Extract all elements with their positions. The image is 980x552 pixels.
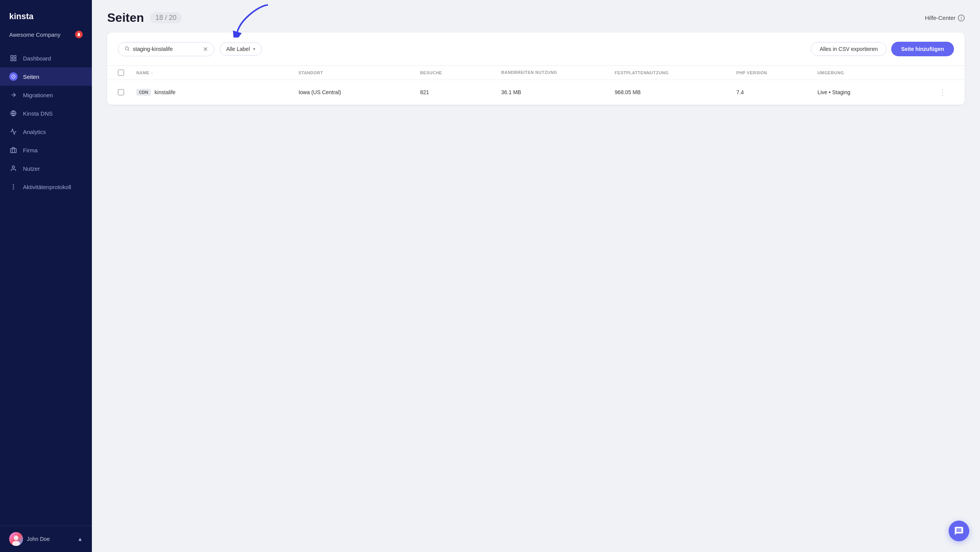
th-besuche: BESUCHE — [420, 70, 501, 76]
sidebar-item-label-analytics: Analytics — [23, 129, 46, 135]
besuche-cell: 821 — [420, 89, 501, 95]
svg-rect-2 — [14, 56, 16, 57]
company-name: Awesome Company — [9, 31, 60, 38]
page-header: Seiten 18 / 20 Hilfe-Center i — [92, 0, 980, 33]
migrationen-icon — [9, 91, 18, 99]
sidebar-item-nutzer[interactable]: Nutzer — [0, 159, 92, 178]
clear-search-icon[interactable]: ✕ — [203, 46, 208, 53]
svg-text:kinsta: kinsta — [9, 11, 34, 21]
sidebar-item-migrationen[interactable]: Migrationen — [0, 86, 92, 104]
svg-point-7 — [12, 166, 15, 168]
festplatten-value: 968.05 MB — [615, 89, 641, 95]
festplatten-cell: 968.05 MB — [615, 89, 737, 95]
chevron-up-icon: ▲ — [77, 536, 83, 542]
row-checkbox-cell — [118, 89, 136, 95]
search-box[interactable]: ✕ — [118, 42, 214, 56]
standort-cell: Iowa (US Central) — [299, 89, 420, 95]
chat-button[interactable] — [949, 521, 969, 541]
analytics-icon — [9, 127, 18, 136]
firma-icon — [9, 146, 18, 154]
th-umgebung: UMGEBUNG — [817, 70, 931, 76]
sidebar-item-firma[interactable]: Firma — [0, 141, 92, 159]
sort-icon[interactable]: ↕ — [151, 71, 153, 75]
info-icon: i — [958, 15, 965, 21]
sidebar-item-label-dashboard: Dashboard — [23, 55, 51, 62]
site-name-cell: CDN kinstalife — [136, 89, 299, 96]
nutzer-icon — [9, 164, 18, 173]
content-area: ✕ Alle Label ▾ Alles in CSV exportieren … — [92, 33, 980, 552]
svg-point-10 — [13, 189, 14, 189]
aktivitaet-icon — [9, 183, 18, 191]
label-dropdown-value: Alle Label — [226, 46, 250, 52]
header-left: Seiten 18 / 20 — [107, 11, 182, 25]
seiten-icon — [9, 72, 18, 81]
sidebar-item-dashboard[interactable]: Dashboard — [0, 49, 92, 67]
dashboard-icon — [9, 54, 18, 62]
sidebar-item-aktivitaet[interactable]: Aktivitätenprotokoll — [0, 178, 92, 196]
kinsta-logo: kinsta — [9, 11, 47, 23]
php-value: 7.4 — [737, 89, 744, 95]
svg-point-9 — [13, 185, 14, 185]
sidebar-item-seiten[interactable]: Seiten — [0, 67, 92, 86]
th-festplatten: FESTPLATTENNUTZUNG — [615, 70, 737, 76]
hilfe-center-link[interactable]: Hilfe-Center i — [925, 15, 965, 21]
toolbar: ✕ Alle Label ▾ Alles in CSV exportieren … — [107, 33, 965, 65]
besuche-value: 821 — [420, 89, 429, 95]
notification-bell[interactable] — [75, 31, 83, 38]
svg-rect-6 — [11, 149, 16, 153]
row-checkbox[interactable] — [118, 89, 124, 95]
sidebar-item-analytics[interactable]: Analytics — [0, 122, 92, 141]
sidebar-item-label-seiten: Seiten — [23, 73, 39, 80]
chevron-down-icon: ▾ — [253, 46, 255, 52]
logo-area: kinsta — [0, 0, 92, 29]
th-standort: STANDORT — [299, 70, 420, 76]
sidebar-item-label-dns: Kinsta DNS — [23, 110, 53, 117]
search-icon — [124, 46, 130, 52]
sidebar-item-kinsta-dns[interactable]: Kinsta DNS — [0, 104, 92, 122]
company-area: Awesome Company — [0, 29, 92, 46]
hilfe-center-label: Hilfe-Center — [925, 15, 956, 21]
cdn-badge: CDN — [136, 89, 151, 96]
th-php: PHP VERSION — [737, 70, 818, 76]
sidebar-item-label-nutzer: Nutzer — [23, 165, 40, 172]
select-all-checkbox[interactable] — [118, 70, 124, 76]
svg-point-12 — [14, 536, 18, 540]
th-bandbreiten: BANDBREITEN NUTZUNG — [501, 70, 615, 76]
site-name[interactable]: kinstalife — [155, 89, 175, 95]
sidebar: kinsta Awesome Company Dashboard Seiten — [0, 0, 92, 552]
search-input[interactable] — [133, 46, 200, 52]
dns-icon — [9, 109, 18, 118]
table-row: CDN kinstalife Iowa (US Central) 821 36.… — [107, 80, 965, 105]
standort-value: Iowa (US Central) — [299, 89, 341, 95]
toolbar-right: Alles in CSV exportieren Seite hinzufüge… — [811, 42, 954, 56]
add-site-button[interactable]: Seite hinzufügen — [891, 42, 954, 56]
export-csv-button[interactable]: Alles in CSV exportieren — [811, 42, 887, 56]
sidebar-item-label-aktivitaet: Aktivitätenprotokoll — [23, 184, 71, 190]
user-profile[interactable]: John Doe ▲ — [0, 526, 92, 552]
avatar — [9, 532, 23, 546]
main-content: Seiten 18 / 20 Hilfe-Center i ✕ — [92, 0, 980, 552]
sites-card: ✕ Alle Label ▾ Alles in CSV exportieren … — [107, 33, 965, 105]
sidebar-item-label-migrationen: Migrationen — [23, 92, 53, 98]
header-wrapper: Seiten 18 / 20 Hilfe-Center i — [92, 0, 980, 33]
svg-rect-4 — [11, 59, 13, 61]
bandbreiten-value: 36.1 MB — [501, 89, 521, 95]
page-title: Seiten — [107, 11, 144, 25]
user-info: John Doe — [9, 532, 50, 546]
umgebung-value: Live • Staging — [817, 89, 850, 95]
svg-point-15 — [125, 47, 128, 50]
label-dropdown[interactable]: Alle Label ▾ — [220, 42, 262, 56]
svg-rect-1 — [11, 56, 13, 57]
nav: Dashboard Seiten Migrationen Kinsta DNS — [0, 46, 92, 526]
page-count: 18 / 20 — [150, 12, 182, 23]
th-actions — [931, 70, 954, 76]
php-cell: 7.4 — [737, 89, 818, 95]
user-name: John Doe — [27, 536, 50, 542]
svg-point-8 — [13, 186, 14, 187]
row-actions-button[interactable]: ⋮ — [931, 88, 954, 97]
sidebar-item-label-firma: Firma — [23, 147, 38, 154]
table-header: NAME ↕ STANDORT BESUCHE BANDBREITEN NUTZ… — [107, 65, 965, 80]
th-checkbox — [118, 70, 136, 76]
svg-rect-3 — [14, 59, 16, 61]
th-name: NAME ↕ — [136, 70, 299, 76]
